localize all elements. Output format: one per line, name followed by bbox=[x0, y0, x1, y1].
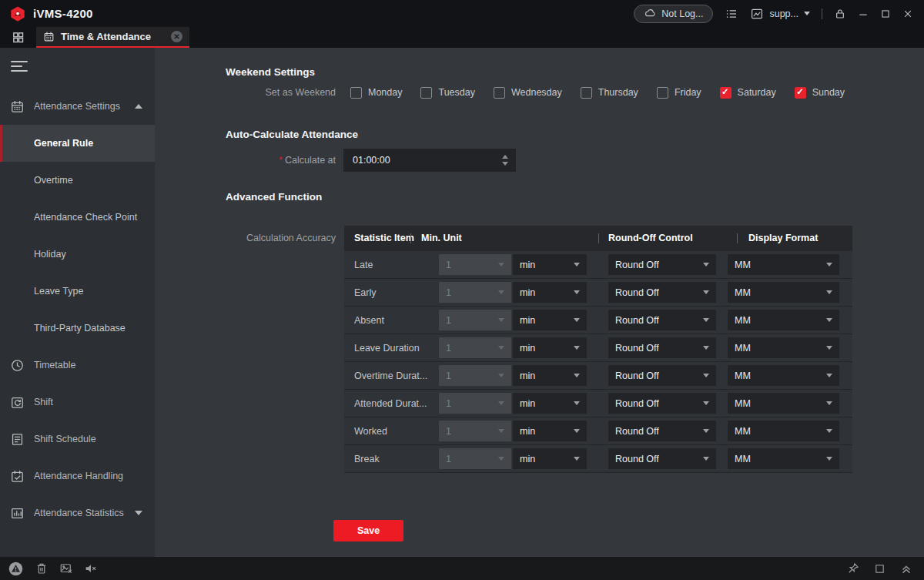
time-spinner[interactable] bbox=[502, 155, 508, 166]
unit-select[interactable]: min bbox=[513, 282, 587, 303]
spinner-up-icon[interactable] bbox=[502, 155, 508, 159]
min-unit-select-value: 1 bbox=[446, 398, 451, 409]
broken-image-icon[interactable] bbox=[59, 562, 73, 575]
sidebar-item-third-party-database[interactable]: Third-Party Database bbox=[0, 310, 155, 347]
cloud-login-button[interactable]: Not Log... bbox=[634, 5, 713, 23]
mute-icon[interactable] bbox=[84, 562, 98, 575]
day-checkbox-saturday[interactable]: Saturday bbox=[720, 87, 776, 99]
calculate-at-time-input[interactable] bbox=[353, 155, 476, 166]
display-format-select[interactable]: MM bbox=[728, 448, 839, 469]
accuracy-row-overtime-durat: Overtime Durat...1minRound OffMM bbox=[344, 362, 852, 390]
tab-time-attendance[interactable]: Time & Attendance ✕ bbox=[36, 27, 189, 48]
round-off-select[interactable]: Round Off bbox=[608, 254, 716, 275]
round-off-select[interactable]: Round Off bbox=[608, 310, 716, 330]
display-format-select-value: MM bbox=[735, 315, 751, 326]
checkbox-unchecked-icon[interactable] bbox=[420, 87, 432, 99]
sidebar-item-timetable[interactable]: Timetable bbox=[0, 347, 155, 384]
display-format-select[interactable]: MM bbox=[728, 254, 839, 275]
app-title: iVMS-4200 bbox=[33, 7, 93, 20]
sidebar-item-attendance-settings[interactable]: Attendance Settings bbox=[0, 88, 155, 125]
day-checkbox-sunday[interactable]: Sunday bbox=[795, 87, 845, 99]
day-checkbox-thursday[interactable]: Thursday bbox=[581, 87, 638, 99]
checkbox-unchecked-icon[interactable] bbox=[657, 87, 668, 99]
col-header-round-off: Round-Off Control bbox=[608, 233, 693, 243]
round-off-select[interactable]: Round Off bbox=[608, 365, 716, 386]
calendar-icon bbox=[43, 31, 55, 42]
day-label: Friday bbox=[675, 87, 701, 98]
unit-select[interactable]: min bbox=[513, 448, 587, 469]
day-checkbox-monday[interactable]: Monday bbox=[350, 87, 402, 99]
window-icon[interactable] bbox=[874, 563, 886, 575]
sidebar-item-label: Holiday bbox=[34, 249, 66, 260]
sidebar-item-leave-type[interactable]: Leave Type bbox=[0, 273, 155, 310]
checkbox-unchecked-icon[interactable] bbox=[350, 87, 362, 99]
day-checkbox-friday[interactable]: Friday bbox=[657, 87, 701, 99]
list-icon[interactable] bbox=[725, 7, 738, 21]
collapse-up-icon[interactable] bbox=[899, 562, 913, 575]
caret-down-icon bbox=[498, 457, 504, 461]
round-off-select-value: Round Off bbox=[615, 426, 659, 437]
topbar-separator bbox=[822, 8, 822, 19]
round-off-select[interactable]: Round Off bbox=[608, 421, 716, 441]
accuracy-table-header: Statistic Item Min. Unit Round-Off Contr… bbox=[344, 226, 852, 251]
caret-down-icon bbox=[826, 401, 832, 405]
sidebar-item-holiday[interactable]: Holiday bbox=[0, 236, 155, 273]
display-format-select[interactable]: MM bbox=[728, 337, 839, 358]
round-off-select[interactable]: Round Off bbox=[608, 282, 716, 303]
unit-select[interactable]: min bbox=[513, 310, 587, 330]
modules-grid-icon[interactable] bbox=[0, 27, 36, 48]
calculate-at-time-field[interactable] bbox=[343, 149, 516, 172]
tab-close-icon[interactable]: ✕ bbox=[171, 31, 182, 42]
sidebar-item-shift-schedule[interactable]: Shift Schedule bbox=[0, 421, 155, 458]
checkbox-unchecked-icon[interactable] bbox=[494, 87, 505, 99]
minimize-icon[interactable] bbox=[858, 8, 869, 19]
unit-select[interactable]: min bbox=[513, 254, 587, 275]
round-off-select-value: Round Off bbox=[615, 260, 659, 270]
checkbox-checked-icon[interactable] bbox=[795, 87, 806, 99]
sidebar-item-attendance-handling[interactable]: Attendance Handling bbox=[0, 458, 155, 495]
display-format-select-value: MM bbox=[735, 370, 751, 381]
trash-icon[interactable] bbox=[35, 562, 49, 575]
sidebar-item-attendance-statistics[interactable]: Attendance Statistics bbox=[0, 495, 155, 531]
statistic-item-label: Absent bbox=[354, 315, 439, 326]
round-off-select[interactable]: Round Off bbox=[608, 448, 716, 469]
user-menu[interactable]: supp... bbox=[750, 7, 810, 21]
unit-select[interactable]: min bbox=[513, 337, 587, 358]
statistic-item-label: Late bbox=[354, 260, 439, 270]
unit-select-value: min bbox=[520, 426, 535, 437]
checkbox-unchecked-icon[interactable] bbox=[581, 87, 592, 99]
unit-select[interactable]: min bbox=[513, 393, 587, 414]
sidebar-item-general-rule[interactable]: General Rule bbox=[0, 125, 155, 162]
sidebar-item-label: Shift bbox=[34, 397, 53, 407]
unit-select[interactable]: min bbox=[513, 365, 587, 386]
display-format-select[interactable]: MM bbox=[728, 365, 839, 386]
lock-icon[interactable] bbox=[834, 8, 846, 20]
display-format-select[interactable]: MM bbox=[728, 282, 839, 303]
display-format-select[interactable]: MM bbox=[728, 393, 839, 414]
alert-icon[interactable] bbox=[8, 561, 24, 577]
hamburger-icon[interactable] bbox=[11, 61, 28, 73]
close-icon[interactable] bbox=[902, 8, 913, 19]
pin-icon[interactable] bbox=[846, 562, 860, 575]
unit-select-value: min bbox=[520, 315, 535, 326]
caret-down-icon bbox=[804, 12, 810, 15]
spinner-down-icon[interactable] bbox=[502, 162, 508, 166]
caret-down-icon bbox=[574, 318, 580, 322]
day-checkbox-wednesday[interactable]: Wednesday bbox=[494, 87, 562, 99]
display-format-select[interactable]: MM bbox=[728, 421, 839, 441]
round-off-select[interactable]: Round Off bbox=[608, 393, 716, 414]
sidebar-item-shift[interactable]: Shift bbox=[0, 384, 155, 421]
day-checkbox-tuesday[interactable]: Tuesday bbox=[420, 87, 474, 99]
unit-select[interactable]: min bbox=[513, 421, 587, 441]
maximize-icon[interactable] bbox=[880, 8, 891, 19]
save-button[interactable]: Save bbox=[333, 520, 403, 541]
caret-down-icon bbox=[574, 263, 580, 267]
sidebar-item-overtime[interactable]: Overtime bbox=[0, 162, 155, 199]
display-format-select[interactable]: MM bbox=[728, 310, 839, 330]
caret-down-icon bbox=[703, 318, 709, 322]
status-bar bbox=[0, 557, 924, 580]
checkbox-checked-icon[interactable] bbox=[720, 87, 732, 99]
sidebar-item-attendance-check-point[interactable]: Attendance Check Point bbox=[0, 199, 155, 236]
round-off-select[interactable]: Round Off bbox=[608, 337, 716, 358]
display-format-select-value: MM bbox=[735, 426, 751, 437]
